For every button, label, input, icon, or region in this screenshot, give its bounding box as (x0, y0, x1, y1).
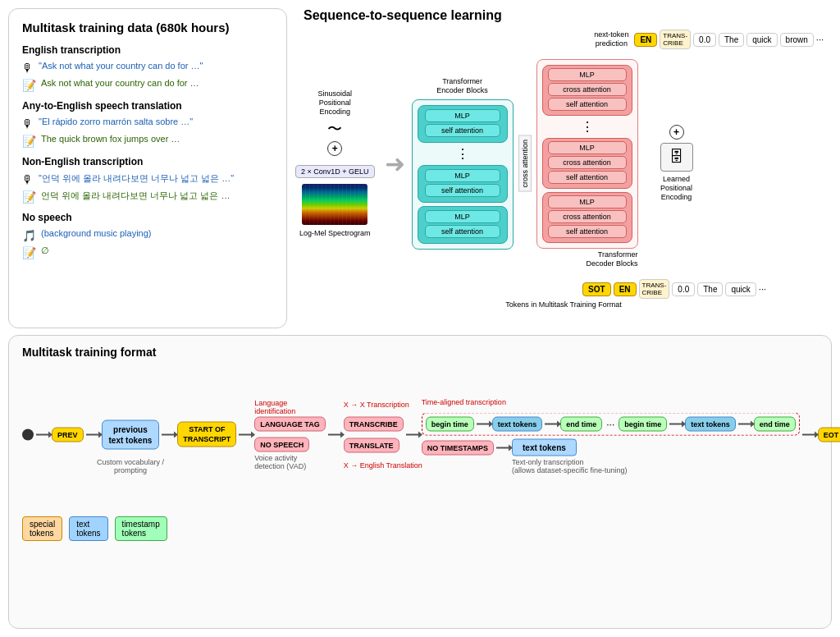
token-ellipsis: ··· (816, 34, 824, 44)
token-en: EN (634, 33, 657, 47)
node-translate: TRANSLATE (344, 438, 399, 452)
arrow-icon (738, 424, 751, 425)
left-panel: Multitask training data (680k hours) Eng… (8, 8, 287, 328)
token-brown: brown (780, 33, 814, 47)
notepad-icon: 📝 (22, 190, 36, 204)
item-text: Ask not what your country can do for … (41, 78, 199, 88)
top-section: Multitask training data (680k hours) Eng… (8, 8, 832, 328)
token-quick: quick (746, 33, 777, 47)
learned-label: LearnedPositionalEncoding (648, 175, 705, 201)
node-text-tokens: text tokens (492, 417, 543, 432)
list-item: 🎙 "언덕 위에 올라 내려다보면 너무나 넓고 넓은 …" (22, 172, 273, 186)
music-icon: 🎵 (22, 229, 36, 242)
item-text: The quick brown fox jumps over … (41, 134, 180, 144)
lang-id-label: Languageidentification (254, 399, 295, 415)
mic-icon: 🎙 (22, 117, 34, 131)
node-no-timestamps: NO TIMESTAMPS (422, 440, 494, 455)
node-no-speech: NO SPEECH (254, 438, 309, 452)
spectrogram-visual (302, 184, 368, 225)
self-attn-label: self attention (548, 225, 627, 238)
legend-text: texttokens (69, 516, 107, 541)
time-aligned-label: Time-aligned transcription (422, 398, 506, 406)
arrow-icon (328, 433, 341, 435)
node-end-time-2: end time (754, 417, 796, 432)
token-transcribe: TRANS-CRIBE (660, 30, 691, 49)
item-text: "언덕 위에 올라 내려다보면 너무나 넓고 넓은 …" (39, 172, 234, 185)
sine-wave-icon: 〜 (327, 119, 342, 139)
cross-attn-label: cross attention (548, 156, 627, 169)
self-attn-label: self attention (548, 171, 627, 184)
encoder-block: MLP self attention (418, 165, 508, 203)
cylinder-icon: 🗄 (660, 143, 693, 172)
node-end-time: end time (560, 417, 602, 432)
node-text-tokens-2: text tokens (685, 417, 736, 432)
section-english: English transcription (22, 44, 273, 56)
bottom-title: Multitask training format (22, 346, 818, 359)
arrow-icon (406, 433, 419, 435)
list-item: 🎵 (background music playing) (22, 228, 273, 242)
mlp-label: MLP (548, 141, 627, 154)
cross-attention-label: cross attention (518, 135, 532, 192)
node-begin-time: begin time (426, 417, 474, 432)
mlp-label: MLP (548, 195, 627, 209)
start-circle (22, 428, 34, 440)
mic-icon: 🎙 (22, 173, 34, 186)
node-begin-time-2: begin time (619, 417, 667, 432)
list-item: 🎙 "Ask not what your country can do for … (22, 61, 273, 75)
token-quick-in: quick (725, 282, 756, 296)
main-container: Multitask training data (680k hours) Eng… (0, 0, 840, 637)
cross-attn-label: cross attention (548, 83, 627, 96)
x-to-en-label: X → English Translation (344, 461, 422, 469)
conv-label: 2 × Conv1D + GELU (295, 165, 375, 178)
encoder-block: MLP self attention (418, 105, 508, 143)
list-item: 📝 ∅ (22, 245, 273, 259)
arrow-icon (162, 433, 175, 435)
cross-attn-label: cross attention (548, 210, 627, 223)
custom-vocab-label: Custom vocabulary /prompting (97, 457, 164, 474)
decoder-block: MLP cross attention self attention (542, 65, 632, 116)
text-only-label: Text-only transcription(allows dataset-s… (512, 458, 628, 474)
arrow-icon (669, 424, 682, 425)
node-eot: EOT (818, 427, 840, 442)
next-token-label: next-tokenprediction (594, 30, 628, 48)
right-panel-title: Sequence-to-sequence learning (304, 8, 832, 23)
decoder-label: TransformerDecoder Blocks (587, 250, 638, 268)
plus-add-icon: + (327, 141, 342, 156)
arrow-icon (496, 447, 509, 448)
node-transcribe: TRANSCRIBE (344, 416, 404, 431)
token-num: 0.0 (693, 33, 716, 47)
legend-timestamp: timestamptokens (115, 516, 167, 541)
arrow-icon (802, 433, 815, 435)
plus-learned-icon: + (669, 125, 684, 140)
list-item: 📝 The quick brown fox jumps over … (22, 134, 273, 148)
list-item: 📝 언덕 위에 올라 내려다보면 너무나 넓고 넓은 … (22, 190, 273, 204)
ellipsis-icon: ··· (606, 419, 614, 430)
left-panel-title: Multitask training data (680k hours) (22, 21, 273, 34)
mic-icon: 🎙 (22, 62, 34, 75)
x-to-x-label: X → X Transcription (344, 400, 409, 408)
mlp-label: MLP (548, 68, 627, 81)
sinusoidal-label: SinusoidalPositionalEncoding (306, 89, 363, 116)
encoder-block: MLP self attention (418, 206, 508, 244)
token-transcribe-in: TRANS-CRIBE (639, 279, 670, 299)
notepad-icon: 📝 (22, 246, 36, 259)
node-sot-wrap: START OFTRANSCRIPT (177, 421, 236, 447)
token-the: The (719, 33, 744, 47)
vdots-icon: ⋮ (542, 119, 632, 135)
section-non-english: Non-English transcription (22, 156, 273, 167)
spectrogram-label: Log-Mel Spectrogram (299, 229, 371, 237)
arrow-icon (86, 433, 99, 435)
item-text: (background music playing) (41, 228, 152, 238)
item-text: "Ask not what your country can do for …" (39, 61, 203, 71)
arrow-icon (545, 424, 558, 425)
vdots-icon: ⋮ (418, 146, 508, 162)
self-attn-label: self attention (425, 184, 500, 197)
notepad-icon: 📝 (22, 79, 36, 92)
vad-label: Voice activitydetection (VAD) (254, 454, 306, 470)
mlp-label: MLP (425, 169, 500, 182)
mlp-label: MLP (425, 210, 500, 223)
section-no-speech: No speech (22, 212, 273, 223)
node-prev-wrap: PREV (52, 427, 84, 442)
encoder-label: TransformerEncoder Blocks (426, 77, 500, 95)
list-item: 📝 Ask not what your country can do for … (22, 78, 273, 92)
